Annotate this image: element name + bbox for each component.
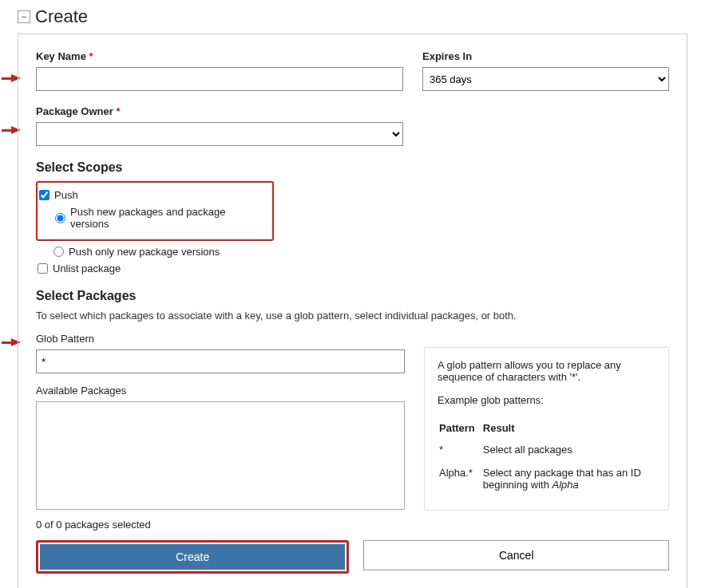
available-packages-label: Available Packages <box>36 385 405 397</box>
unlist-label: Unlist package <box>53 262 121 274</box>
expires-in-select[interactable]: 365 days <box>422 67 669 91</box>
glob-help-intro: A glob pattern allows you to replace any… <box>438 359 655 383</box>
page-title: Create <box>35 6 88 27</box>
key-name-input[interactable] <box>36 67 403 91</box>
glob-pattern-label: Glob Pattern <box>36 333 405 345</box>
push-new-radio[interactable] <box>55 213 65 223</box>
glob-pattern-input[interactable] <box>36 349 405 373</box>
available-packages-list[interactable] <box>36 401 405 510</box>
packages-selected-count: 0 of 0 packages selected <box>36 519 669 531</box>
annotation-scopes-highlight: Push Push new packages and package versi… <box>36 181 274 241</box>
cancel-button[interactable]: Cancel <box>363 540 669 570</box>
select-scopes-heading: Select Scopes <box>36 160 669 175</box>
annotation-create-highlight: Create <box>36 540 349 574</box>
glob-help-col-result: Result <box>483 419 654 439</box>
table-row: Alpha.* Select any package that has an I… <box>439 464 654 497</box>
glob-help-panel: A glob pattern allows you to replace any… <box>424 347 669 511</box>
glob-help-table: Pattern Result * Select all packages Alp… <box>438 417 655 499</box>
expires-in-label: Expires In <box>422 50 669 62</box>
package-owner-select[interactable] <box>36 122 403 146</box>
push-only-versions-radio[interactable] <box>53 247 64 257</box>
push-label: Push <box>54 189 78 201</box>
unlist-checkbox[interactable] <box>38 263 48 274</box>
glob-help-col-pattern: Pattern <box>439 419 481 439</box>
required-indicator: * <box>89 50 93 62</box>
create-form: Key Name * Expires In 365 days Package O… <box>18 34 687 588</box>
key-name-label: Key Name * <box>36 50 403 62</box>
collapse-toggle[interactable]: − <box>18 10 30 23</box>
select-packages-description: To select which packages to associate wi… <box>36 310 669 322</box>
table-row: * Select all packages <box>439 440 654 462</box>
page-header: − Create <box>0 6 705 34</box>
push-checkbox[interactable] <box>39 190 50 200</box>
glob-help-examples-intro: Example glob patterns: <box>438 394 655 406</box>
push-new-label: Push new packages and package versions <box>70 206 266 230</box>
push-only-versions-label: Push only new package versions <box>69 246 220 258</box>
select-packages-heading: Select Packages <box>36 289 669 303</box>
create-button[interactable]: Create <box>40 544 345 570</box>
required-indicator: * <box>116 105 120 117</box>
package-owner-label: Package Owner * <box>36 105 403 117</box>
